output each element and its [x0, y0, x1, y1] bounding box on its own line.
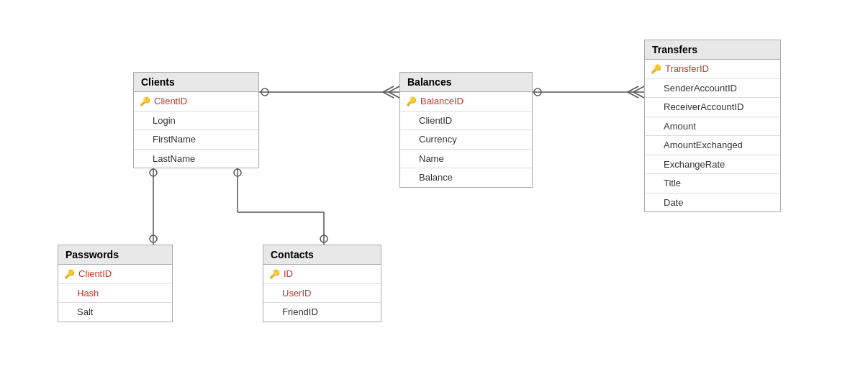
balances-field-balanceid: BalanceID — [420, 94, 464, 109]
transfers-field-amountexchanged: AmountExchanged — [651, 138, 743, 152]
balances-row-clientid: ClientID — [400, 111, 532, 131]
contacts-row-userid: UserID — [263, 284, 381, 304]
transfers-field-exchangerate: ExchangeRate — [651, 158, 725, 172]
contacts-row-friendid: FriendID — [263, 303, 381, 322]
clients-field-firstname: FirstName — [140, 132, 196, 147]
table-passwords-title: Passwords — [65, 249, 119, 260]
connector-clients-passwords — [150, 167, 157, 245]
table-balances-header: Balances — [400, 73, 532, 92]
transfers-field-amount: Amount — [651, 119, 696, 134]
svg-line-5 — [383, 92, 394, 98]
pk-icon-balanceid: 🔑 — [406, 95, 417, 108]
contacts-field-friendid: FriendID — [269, 305, 318, 319]
contacts-row-id: 🔑 ID — [263, 265, 381, 284]
svg-line-2 — [389, 86, 399, 92]
pk-icon-contacts-id: 🔑 — [269, 268, 280, 281]
svg-line-9 — [633, 92, 644, 98]
svg-line-10 — [628, 86, 638, 92]
passwords-row-clientid: 🔑 ClientID — [58, 265, 172, 284]
clients-row-login: Login — [134, 111, 258, 131]
table-contacts-title: Contacts — [271, 249, 314, 260]
balances-row-balanceid: 🔑 BalanceID — [400, 92, 532, 111]
svg-line-3 — [389, 92, 399, 98]
transfers-field-transferid: TransferID — [665, 62, 709, 76]
table-transfers[interactable]: Transfers 🔑 TransferID SenderAccountID R… — [644, 40, 781, 212]
transfers-field-senderaccountid: SenderAccountID — [651, 81, 737, 96]
passwords-row-hash: Hash — [58, 284, 172, 304]
svg-line-11 — [628, 92, 638, 98]
table-clients[interactable]: Clients 🔑 ClientID Login FirstName LastN… — [133, 72, 259, 168]
transfers-field-date: Date — [651, 196, 683, 210]
svg-point-15 — [150, 235, 157, 242]
pk-icon-transferid: 🔑 — [651, 63, 661, 76]
svg-point-14 — [150, 169, 157, 176]
transfers-row-date: Date — [645, 194, 780, 212]
balances-field-balance: Balance — [406, 170, 453, 185]
transfers-row-exchangerate: ExchangeRate — [645, 155, 780, 175]
svg-point-20 — [320, 235, 327, 242]
transfers-row-transferid: 🔑 TransferID — [645, 60, 780, 79]
contacts-field-userid: UserID — [269, 286, 311, 301]
table-passwords-header: Passwords — [58, 245, 172, 265]
table-transfers-title: Transfers — [652, 44, 697, 55]
table-contacts[interactable]: Contacts 🔑 ID UserID FriendID — [263, 245, 381, 322]
clients-row-firstname: FirstName — [134, 130, 258, 150]
table-clients-header: Clients — [134, 73, 258, 92]
balances-row-currency: Currency — [400, 130, 532, 150]
svg-point-1 — [261, 88, 268, 96]
balances-field-currency: Currency — [406, 132, 457, 147]
passwords-field-salt: Salt — [64, 305, 93, 319]
transfers-row-amount: Amount — [645, 117, 780, 137]
passwords-field-hash: Hash — [64, 286, 99, 301]
clients-field-lastname: LastName — [140, 152, 195, 166]
transfers-row-senderaccountid: SenderAccountID — [645, 79, 780, 99]
balances-row-balance: Balance — [400, 168, 532, 187]
transfers-field-receiveraccountid: ReceiverAccountID — [651, 100, 743, 114]
transfers-row-receiveraccountid: ReceiverAccountID — [645, 98, 780, 117]
connector-balances-transfers — [533, 86, 644, 98]
transfers-field-title: Title — [651, 176, 681, 191]
table-clients-title: Clients — [141, 76, 175, 88]
pk-icon-passwords-clientid: 🔑 — [64, 268, 75, 281]
connector-clients-balances — [259, 86, 399, 98]
svg-line-4 — [383, 86, 394, 92]
pk-icon-clientid: 🔑 — [140, 95, 150, 108]
transfers-row-amountexchanged: AmountExchanged — [645, 136, 780, 155]
contacts-field-id: ID — [284, 267, 293, 281]
balances-field-clientid: ClientID — [406, 114, 452, 128]
table-balances-title: Balances — [407, 76, 451, 88]
table-contacts-header: Contacts — [263, 245, 381, 265]
svg-line-8 — [633, 86, 644, 92]
clients-field-login: Login — [140, 114, 176, 128]
diagram-canvas: Clients 🔑 ClientID Login FirstName LastN… — [0, 0, 868, 387]
svg-point-19 — [234, 169, 241, 176]
clients-row-clientid: 🔑 ClientID — [134, 92, 258, 111]
passwords-row-salt: Salt — [58, 303, 172, 322]
balances-field-name: Name — [406, 152, 444, 166]
transfers-row-title: Title — [645, 174, 780, 194]
connector-clients-contacts — [234, 167, 327, 245]
table-balances[interactable]: Balances 🔑 BalanceID ClientID Currency N… — [399, 72, 533, 188]
clients-row-lastname: LastName — [134, 150, 258, 168]
table-passwords[interactable]: Passwords 🔑 ClientID Hash Salt — [58, 245, 173, 322]
table-transfers-header: Transfers — [645, 40, 780, 60]
passwords-field-clientid: ClientID — [78, 267, 112, 281]
svg-point-7 — [534, 88, 541, 96]
balances-row-name: Name — [400, 150, 532, 169]
clients-field-clientid: ClientID — [154, 94, 187, 109]
